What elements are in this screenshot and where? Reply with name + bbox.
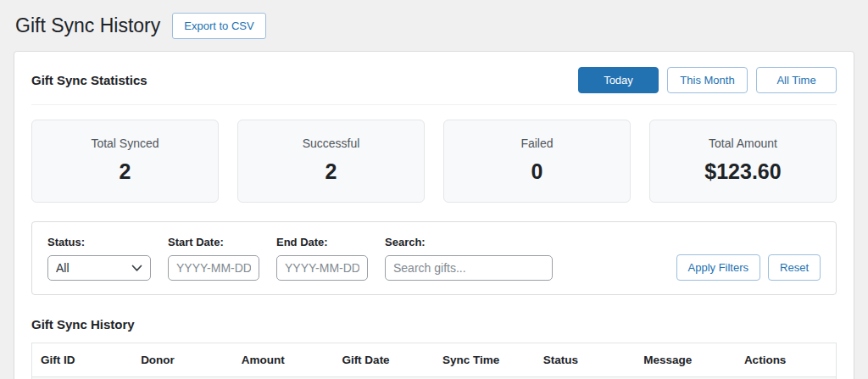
stat-value: 2 [39, 159, 211, 184]
end-date-filter-field: End Date: [276, 236, 368, 281]
start-date-filter-field: Start Date: [168, 236, 259, 281]
export-csv-button[interactable]: Export to CSV [172, 13, 265, 39]
table-header-row: Gift ID Donor Amount Gift Date Sync Time… [32, 343, 837, 377]
stat-box-failed: Failed 0 [443, 120, 631, 203]
stats-grid: Total Synced 2 Successful 2 Failed 0 Tot… [31, 120, 837, 203]
start-date-label: Start Date: [168, 236, 259, 248]
stat-box-total-synced: Total Synced 2 [31, 120, 219, 203]
period-button-this-month[interactable]: This Month [667, 67, 748, 93]
gift-sync-card: Gift Sync Statistics Today This Month Al… [14, 51, 854, 379]
stat-label: Successful [245, 137, 417, 150]
column-header-actions: Actions [736, 343, 837, 377]
column-header-sync-time: Sync Time [434, 343, 535, 377]
search-label: Search: [385, 236, 553, 248]
stat-box-successful: Successful 2 [237, 120, 425, 203]
page-header: Gift Sync History Export to CSV [14, 10, 854, 51]
column-header-amount: Amount [233, 343, 334, 377]
stat-label: Total Amount [657, 137, 829, 150]
apply-filters-button[interactable]: Apply Filters [676, 254, 761, 281]
statistics-heading: Gift Sync Statistics [31, 73, 147, 87]
status-select[interactable]: All [47, 255, 151, 281]
stat-value: 2 [245, 159, 417, 184]
stat-value: $123.60 [657, 159, 829, 184]
page-title: Gift Sync History [14, 12, 160, 39]
status-filter-field: Status: All [47, 236, 151, 281]
end-date-label: End Date: [276, 236, 368, 248]
column-header-gift-id: Gift ID [32, 343, 133, 377]
history-heading: Gift Sync History [31, 317, 837, 332]
search-input[interactable] [385, 255, 553, 281]
stat-box-total-amount: Total Amount $123.60 [649, 120, 837, 203]
sync-history-table: Gift ID Donor Amount Gift Date Sync Time… [31, 343, 837, 379]
period-button-all-time[interactable]: All Time [756, 67, 837, 93]
reset-button[interactable]: Reset [768, 254, 821, 281]
start-date-input[interactable] [168, 255, 259, 281]
chevron-down-icon [131, 261, 142, 275]
column-header-status: Status [535, 343, 636, 377]
statistics-header: Gift Sync Statistics Today This Month Al… [31, 67, 837, 105]
period-button-today[interactable]: Today [578, 67, 659, 93]
end-date-input[interactable] [276, 255, 368, 281]
column-header-message: Message [635, 343, 736, 377]
stat-value: 0 [451, 159, 623, 184]
status-label: Status: [47, 236, 151, 248]
status-select-value: All [56, 261, 70, 275]
stat-label: Failed [451, 137, 623, 150]
filter-bar: Status: All Start Date: End Date: Search… [31, 221, 837, 295]
filter-actions: Apply Filters Reset [676, 254, 821, 281]
column-header-gift-date: Gift Date [333, 343, 434, 377]
stat-label: Total Synced [39, 137, 211, 150]
admin-page: Gift Sync History Export to CSV Gift Syn… [0, 0, 868, 379]
column-header-donor: Donor [132, 343, 233, 377]
search-filter-field: Search: [385, 236, 553, 281]
period-button-group: Today This Month All Time [578, 67, 837, 93]
